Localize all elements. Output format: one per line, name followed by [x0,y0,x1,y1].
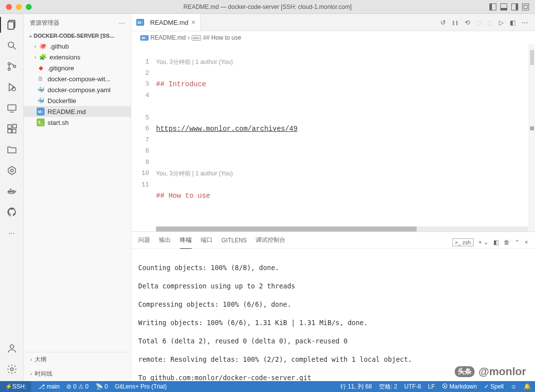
chevron-down-icon: ⌄ [28,32,33,39]
file-start-sh[interactable]: $_start.sh [24,117,131,128]
svg-rect-11 [7,125,11,128]
tab-problems[interactable]: 问题 [138,236,150,248]
account-icon[interactable] [6,342,18,354]
explorer-sidebar: 资源管理器 ⋯ ⌄ DOCKER-CODE-SERVER [SS... ›🐙.g… [24,14,131,381]
ports-button[interactable]: 📡 0 [96,383,108,390]
kubernetes-icon[interactable] [6,165,18,176]
folder-github[interactable]: ›🐙.github [24,41,131,52]
encoding-button[interactable]: UTF-8 [404,383,421,390]
svg-point-6 [13,65,16,68]
run-icon[interactable]: ▷ [499,19,504,26]
window-controls [0,4,32,10]
folder-icon[interactable] [6,144,18,156]
maximize-window-button[interactable] [26,4,32,10]
tab-debug[interactable]: 调试控制台 [256,236,285,248]
codelens[interactable]: You, 3分钟前 | 1 author (You) [156,168,528,179]
debug-icon[interactable] [6,81,18,93]
breadcrumb[interactable]: M↓ README.md › abc ## How to use [131,31,535,44]
file-docker-compose-with[interactable]: 🗎docker-compose-wit... [24,73,131,84]
search-icon[interactable] [6,40,18,52]
file-gitignore[interactable]: ◆.gitignore [24,62,131,73]
timeline-section[interactable]: ›时间线 [24,367,131,381]
close-panel-icon[interactable]: × [525,239,528,246]
close-window-button[interactable] [6,4,12,10]
layout-icon[interactable] [522,3,529,10]
panel-left-icon[interactable] [489,3,496,10]
history-icon[interactable]: ↺ [440,19,446,26]
notifications-icon[interactable]: 🔔 [524,383,531,390]
file-dockerfile[interactable]: 🐳Dockerfile [24,95,131,106]
preview-icon[interactable]: ⫿⫿ [452,19,459,26]
svg-point-21 [10,345,13,348]
new-terminal-icon[interactable]: + ⌄ [479,239,488,246]
folder-extensions[interactable]: ›🧩extensions [24,52,131,62]
file-docker-compose[interactable]: 🐳docker-compose.yaml [24,84,131,95]
close-tab-icon[interactable]: × [191,18,195,26]
codelens[interactable]: You, 3分钟前 | 1 author (You) [156,56,528,68]
github-folder-icon: 🐙 [39,42,47,50]
git-branch-button[interactable]: ⎇ main [38,383,59,390]
feedback-icon[interactable]: ☺ [511,383,517,390]
markdown-icon: M↓ [37,108,45,115]
extensions-icon[interactable] [6,123,18,135]
sidebar-more-icon[interactable]: ⋯ [119,20,125,27]
svg-rect-13 [12,129,15,133]
eol-button[interactable]: LF [428,383,435,390]
github-icon[interactable] [6,206,18,218]
svg-rect-14 [12,124,16,128]
editor-toolbar: ↺ ⫿⫿ ⟲ ◌ ◌ ▷ ◧ ⋯ [440,14,535,31]
markdown-icon: M↓ [140,35,149,41]
editor-body[interactable]: 1234 567891011 You, 3分钟前 | 1 author (You… [131,44,535,231]
svg-point-5 [8,68,10,70]
chevron-up-icon[interactable]: ⌃ [515,239,520,246]
spell-button[interactable]: ✓ Spell [484,383,504,390]
horizontal-scrollbar[interactable] [156,226,528,231]
svg-rect-12 [7,129,11,133]
layout-toggles [489,3,535,10]
language-button[interactable]: ⦿ Markdown [442,383,477,390]
abc-icon: abc [192,35,201,41]
cursor-position[interactable]: 行 11, 列 68 [340,383,372,391]
tab-output[interactable]: 输出 [159,236,171,248]
outline-section[interactable]: ›大纲 [24,352,131,367]
nav-back-icon[interactable]: ◌ [476,19,482,26]
trash-icon[interactable]: 🗑 [504,239,510,246]
minimap[interactable] [528,44,535,231]
source-control-icon[interactable] [6,60,18,72]
problems-button[interactable]: ⊘ 0 ⚠ 0 [66,383,88,390]
tab-gitlens[interactable]: GITLENS [221,237,247,248]
terminal-shell-select[interactable]: >_ zsh [452,238,474,246]
nav-fwd-icon[interactable]: ◌ [487,19,493,26]
svg-rect-9 [7,105,16,111]
panel-right-icon[interactable] [511,3,518,10]
more-icon[interactable]: ⋯ [6,227,18,239]
sidebar-title: 资源管理器 [30,19,59,27]
remote-ssh-button[interactable]: ⚡ SSH: [0,381,31,392]
code-content[interactable]: You, 3分钟前 | 1 author (You) ## Introduce … [156,44,528,231]
editor-area: M↓ README.md × ↺ ⫿⫿ ⟲ ◌ ◌ ▷ ◧ ⋯ M↓ READM… [131,14,535,381]
tab-terminal[interactable]: 终端 [180,236,192,249]
tab-ports[interactable]: 端口 [201,236,213,248]
tab-readme[interactable]: M↓ README.md × [131,14,201,31]
panel-bottom-icon[interactable] [500,3,507,10]
status-bar: ⚡ SSH: ⎇ main ⊘ 0 ⚠ 0 📡 0 GitLens+ Pro (… [0,381,535,392]
file-readme[interactable]: M↓README.md [24,106,131,117]
compare-icon[interactable]: ⟲ [465,19,470,26]
window-title: README.md — docker-code-server [SSH: clo… [183,3,351,10]
remote-explorer-icon[interactable] [6,102,18,114]
project-root[interactable]: ⌄ DOCKER-CODE-SERVER [SS... [24,31,131,40]
gitlens-status[interactable]: GitLens+ Pro (Trial) [115,383,167,390]
explorer-icon[interactable] [6,19,18,31]
shell-icon: $_ [37,118,45,126]
more-icon[interactable]: ⋯ [522,19,528,26]
minimize-window-button[interactable] [16,4,22,10]
project-name: DOCKER-CODE-SERVER [SS... [34,33,114,39]
terminal-output[interactable]: Counting objects: 100% (8/8), done. Delt… [131,249,535,381]
docker-icon[interactable] [6,185,18,197]
split-icon[interactable]: ◧ [510,19,516,26]
settings-gear-icon[interactable] [6,363,18,375]
indent-button[interactable]: 空格: 2 [379,383,397,391]
split-terminal-icon[interactable]: ◧ [493,239,499,246]
bottom-panel: 问题 输出 终端 端口 GITLENS 调试控制台 >_ zsh + ⌄ ◧ 🗑… [131,231,535,381]
svg-line-3 [13,47,15,50]
